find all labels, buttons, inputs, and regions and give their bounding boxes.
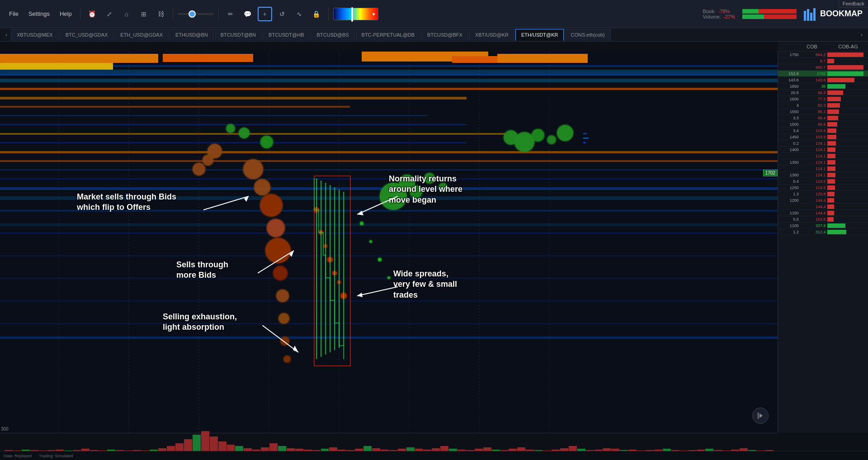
- menu-help[interactable]: Help: [56, 9, 75, 19]
- price-ladder-row: 1300124.1: [778, 172, 868, 178]
- price-ladder-row: 5.5153.6: [778, 216, 868, 223]
- price-ladder-row: 1200144.4: [778, 197, 868, 204]
- svg-rect-40: [0, 70, 778, 75]
- menu-file[interactable]: File: [5, 9, 22, 19]
- svg-rect-39: [497, 54, 588, 63]
- svg-rect-17: [0, 178, 778, 180]
- tab-item-7[interactable]: BTC-PERPETUAL@DB: [356, 29, 421, 41]
- price-ladder-row: 1.2312.4: [778, 229, 868, 235]
- feedback-button[interactable]: Feedback: [839, 0, 868, 8]
- price-ladder-row: 1250124.5: [778, 185, 868, 191]
- logo-icon: [804, 7, 817, 21]
- trading-simulated-label: Trading: Simulated: [39, 454, 73, 458]
- tab-item-9[interactable]: XBT/USD@KR: [469, 29, 514, 41]
- price-ladder-row: 20.866.3: [778, 90, 868, 96]
- svg-rect-1: [807, 9, 809, 21]
- volume-bar: [742, 14, 797, 19]
- replay-toolbar-btn[interactable]: ↺: [275, 7, 289, 21]
- chart-area[interactable]: COB COB-AG: [0, 42, 868, 460]
- grid-toolbar-btn[interactable]: ⊞: [137, 7, 151, 21]
- draw-toolbar-btn[interactable]: ✏: [223, 7, 238, 21]
- svg-rect-2: [810, 13, 812, 21]
- book-bar: [742, 9, 797, 14]
- tab-item-2[interactable]: ETH_USD@GDAX: [114, 29, 169, 41]
- svg-rect-5: [0, 65, 778, 67]
- svg-point-56: [226, 124, 235, 133]
- tab-item-1[interactable]: BTC_USD@GDAX: [60, 29, 114, 41]
- book-stat-row: Book: -78%: [703, 9, 735, 14]
- price-ladder: 1750664.26.7660.7152.81702143.6143.61650…: [778, 52, 868, 433]
- price-ladder-row: 124.1: [778, 153, 868, 159]
- tab-item-4[interactable]: BTCUSDT@BN: [215, 29, 262, 41]
- svg-rect-9: [0, 106, 350, 108]
- price-ladder-row: 160077.3: [778, 96, 868, 102]
- svg-point-63: [424, 173, 435, 184]
- svg-point-68: [547, 135, 556, 144]
- svg-point-67: [532, 129, 544, 142]
- svg-rect-20: [0, 232, 778, 234]
- tabs-prev-btn[interactable]: ‹: [2, 29, 11, 41]
- tabs-container: XBTUSD@MEXBTC_USD@GDAXETH_USD@GDAXETHUSD…: [11, 29, 857, 41]
- top-right-panel: Book: -78% Volume: -27%: [703, 7, 863, 21]
- svg-rect-82: [583, 133, 587, 134]
- color-gradient-selector[interactable]: ▼: [333, 8, 378, 20]
- price-ladder-row: 1150144.4: [778, 210, 868, 216]
- crosshair-control[interactable]: [178, 7, 214, 21]
- tab-item-5[interactable]: BTCUSDT@HB: [263, 29, 310, 41]
- add-toolbar-btn[interactable]: +: [258, 7, 272, 21]
- separator-3: [218, 7, 219, 21]
- book-label: Book:: [703, 9, 716, 14]
- price-ladder-row: 6.7: [778, 58, 868, 64]
- cob-header: COB: [794, 44, 830, 49]
- tab-item-6[interactable]: BTCUSD@BS: [311, 29, 354, 41]
- tab-item-0[interactable]: XBTUSD@MEX: [11, 29, 59, 41]
- logo-text: BOOKMAP: [820, 9, 863, 19]
- svg-rect-10: [0, 115, 428, 116]
- svg-point-48: [265, 238, 291, 263]
- menu-settings[interactable]: Settings: [25, 9, 53, 19]
- price-ladder-row: 155086.1: [778, 109, 868, 115]
- svg-marker-96: [760, 413, 763, 418]
- data-replayed-label: Data: Replayed: [4, 454, 32, 458]
- tab-item-11[interactable]: CONS:eth(cob): [565, 29, 610, 41]
- svg-point-51: [278, 313, 289, 324]
- price-ladder-row: 1750664.2: [778, 52, 868, 58]
- svg-point-49: [273, 266, 288, 280]
- chart-canvas[interactable]: Market sells through Bidswhich flip to O…: [0, 52, 778, 433]
- stat-bars: [742, 9, 797, 19]
- svg-point-55: [239, 128, 250, 138]
- price-ladder-row: 144.4: [778, 204, 868, 210]
- clock-toolbar-btn[interactable]: ⏰: [85, 7, 99, 21]
- svg-rect-0: [804, 11, 806, 21]
- tabs-next-btn[interactable]: ›: [857, 29, 866, 41]
- link-toolbar-btn[interactable]: ⛓: [154, 7, 168, 21]
- tab-item-10[interactable]: ETH/USDT@KR: [515, 29, 564, 41]
- bottom-status-bar: Data: Replayed Trading: Simulated: [0, 451, 868, 460]
- svg-rect-34: [0, 54, 158, 63]
- share-toolbar-btn[interactable]: ⤢: [102, 7, 117, 21]
- tab-item-8[interactable]: BTCUSD@BFX: [421, 29, 468, 41]
- book-value: -78%: [718, 9, 730, 14]
- play-button[interactable]: [752, 408, 769, 424]
- chat-toolbar-btn[interactable]: 💬: [241, 7, 255, 21]
- price-rows: 1750664.26.7660.7152.81702143.6143.61650…: [778, 52, 868, 235]
- price-ladder-row: 124.1: [778, 166, 868, 172]
- price-ladder-row: 150099.6: [778, 121, 868, 128]
- volume-value: -27%: [723, 14, 735, 19]
- svg-point-64: [439, 183, 448, 192]
- svg-rect-19: [0, 210, 778, 212]
- filter-toolbar-btn[interactable]: ⌂: [119, 7, 134, 21]
- volume-bar: [201, 431, 209, 451]
- lock-toolbar-btn[interactable]: 🔒: [309, 7, 324, 21]
- tab-item-3[interactable]: ETHUSD@BN: [170, 29, 214, 41]
- tabs-bar: ‹ XBTUSD@MEXBTC_USD@GDAXETH_USD@GDAXETHU…: [0, 28, 868, 42]
- svg-rect-13: [0, 142, 467, 143]
- volume-stat-row: Volume: -27%: [703, 14, 735, 19]
- svg-rect-36: [0, 63, 113, 70]
- svg-point-66: [514, 132, 534, 152]
- price-ladder-row: 660.7: [778, 64, 868, 71]
- svg-rect-7: [0, 88, 778, 90]
- svg-point-52: [280, 337, 289, 346]
- wave-toolbar-btn[interactable]: ∿: [292, 7, 307, 21]
- separator-2: [173, 7, 173, 21]
